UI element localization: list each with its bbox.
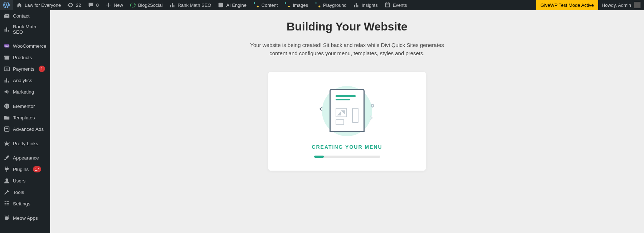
ads-icon	[4, 126, 10, 132]
sidebar-item-label: Settings	[13, 201, 30, 206]
sidebar-item-woocommerce[interactable]: wooWooCommerce	[0, 40, 50, 52]
progress-bar	[314, 156, 380, 158]
sidebar-item-advanced-ads[interactable]: Advanced Ads	[0, 123, 50, 135]
badge: 17	[33, 166, 41, 172]
howdy-account[interactable]: Howdy, Admin	[598, 0, 644, 10]
archive-icon	[4, 54, 10, 61]
sidebar-item-label: Products	[13, 55, 32, 60]
page-title: Building Your Website	[287, 20, 408, 33]
svg-rect-0	[219, 3, 223, 8]
sidebar-item-pretty-links[interactable]: Pretty Links	[0, 138, 50, 149]
chart-icon	[169, 2, 176, 8]
building-illustration	[318, 86, 376, 136]
ab-item-label: Images	[293, 3, 308, 8]
ab-images[interactable]: Images	[281, 0, 311, 10]
meow-icon	[4, 215, 10, 221]
svg-rect-6	[5, 105, 6, 107]
sidebar-item-label: Plugins	[13, 167, 29, 172]
progress-card: CREATING YOUR MENU	[268, 72, 426, 171]
ab-item-label: Events	[393, 3, 407, 8]
site-name-label: Law for Everyone	[25, 3, 61, 8]
megaphone-icon	[4, 89, 10, 95]
ab-insights[interactable]: Insights	[350, 0, 381, 10]
sidebar-item-label: Advanced Ads	[13, 127, 44, 132]
svg-rect-8	[7, 106, 8, 106]
plus-icon	[105, 2, 112, 8]
home-icon	[16, 2, 23, 8]
sidebar-item-meow-apps[interactable]: Meow Apps	[0, 212, 50, 224]
sidebar-item-payments[interactable]: $Payments1	[0, 63, 50, 75]
admin-sidebar: ContactRank Math SEOwooWooCommerceProduc…	[0, 10, 50, 233]
sidebar-item-marketing[interactable]: Marketing	[0, 86, 50, 98]
chart-icon	[4, 26, 10, 33]
analytics-icon	[4, 77, 10, 84]
wordpress-icon	[3, 2, 10, 8]
svg-rect-7	[7, 105, 8, 105]
plug-icon	[4, 166, 10, 172]
sparkle-icon	[284, 2, 291, 8]
ab-aiengine[interactable]: AI Engine	[214, 0, 249, 10]
arrow-left-icon	[319, 107, 322, 111]
ab-item-label: Insights	[362, 3, 378, 8]
sidebar-item-tools[interactable]: Tools	[0, 186, 50, 198]
sidebar-item-rank-math-seo[interactable]: Rank Math SEO	[0, 22, 50, 37]
sidebar-item-label: WooCommerce	[13, 43, 47, 49]
ab-item-label: Blog2Social	[138, 3, 163, 8]
ab-item-label: Content	[262, 3, 278, 8]
refresh-icon	[130, 2, 136, 8]
elementor-icon	[4, 103, 10, 109]
analytics-icon	[353, 2, 360, 8]
square-icon	[218, 2, 224, 8]
updates-button[interactable]: 22	[64, 0, 84, 10]
user-icon	[4, 177, 10, 184]
payments-icon: $	[4, 66, 10, 72]
howdy-label: Howdy, Admin	[602, 3, 631, 8]
ab-content[interactable]: Content	[250, 0, 281, 10]
sidebar-item-label: Appearance	[13, 155, 39, 161]
sidebar-item-users[interactable]: Users	[0, 175, 50, 186]
calendar-icon	[384, 2, 391, 8]
admin-bar: Law for Everyone 22 0 New Blog2Social	[0, 0, 644, 10]
status-text: CREATING YOUR MENU	[312, 144, 382, 150]
sidebar-item-analytics[interactable]: Analytics	[0, 75, 50, 86]
sidebar-item-contact[interactable]: Contact	[0, 10, 50, 22]
settings-icon	[4, 200, 10, 207]
page-description: Your website is being created! Sit back …	[247, 41, 447, 57]
sidebar-item-label: Users	[13, 178, 25, 184]
new-label: New	[114, 3, 123, 8]
svg-rect-11	[5, 128, 8, 129]
sidebar-item-products[interactable]: Products	[0, 52, 50, 63]
updates-count: 22	[76, 3, 81, 8]
new-button[interactable]: New	[102, 0, 126, 10]
ab-playground[interactable]: Playground	[311, 0, 350, 10]
givewp-testmode-notice[interactable]: GiveWP Test Mode Active	[536, 0, 598, 10]
avatar	[634, 2, 640, 8]
wp-logo-button[interactable]	[0, 0, 13, 10]
badge: 1	[39, 66, 45, 72]
ab-item-label: AI Engine	[226, 3, 246, 8]
svg-point-13	[5, 217, 9, 220]
ab-events[interactable]: Events	[381, 0, 410, 10]
ab-rankmath[interactable]: Rank Math SEO	[166, 0, 215, 10]
sidebar-item-label: Payments	[13, 66, 34, 72]
sidebar-item-templates[interactable]: Templates	[0, 112, 50, 123]
svg-rect-9	[7, 107, 8, 108]
sidebar-item-plugins[interactable]: Plugins17	[0, 163, 50, 175]
sidebar-item-appearance[interactable]: Appearance	[0, 152, 50, 163]
progress-bar-fill	[314, 156, 324, 158]
admin-bar-right: GiveWP Test Mode Active Howdy, Admin	[536, 0, 644, 10]
main-content: Building Your Website Your website is be…	[50, 10, 644, 233]
sidebar-item-label: Marketing	[13, 89, 34, 95]
updates-icon	[67, 2, 74, 8]
sidebar-item-label: Analytics	[13, 78, 32, 83]
sidebar-item-settings[interactable]: Settings	[0, 198, 50, 209]
comments-button[interactable]: 0	[84, 0, 102, 10]
site-name-button[interactable]: Law for Everyone	[13, 0, 64, 10]
circle-icon	[371, 104, 374, 108]
admin-bar-left: Law for Everyone 22 0 New Blog2Social	[0, 0, 410, 10]
givewp-notice-label: GiveWP Test Mode Active	[541, 3, 594, 8]
ab-blog2social[interactable]: Blog2Social	[126, 0, 166, 10]
sidebar-item-elementor[interactable]: Elementor	[0, 100, 50, 112]
sidebar-item-label: Elementor	[13, 104, 35, 109]
svg-text:woo: woo	[4, 45, 9, 47]
